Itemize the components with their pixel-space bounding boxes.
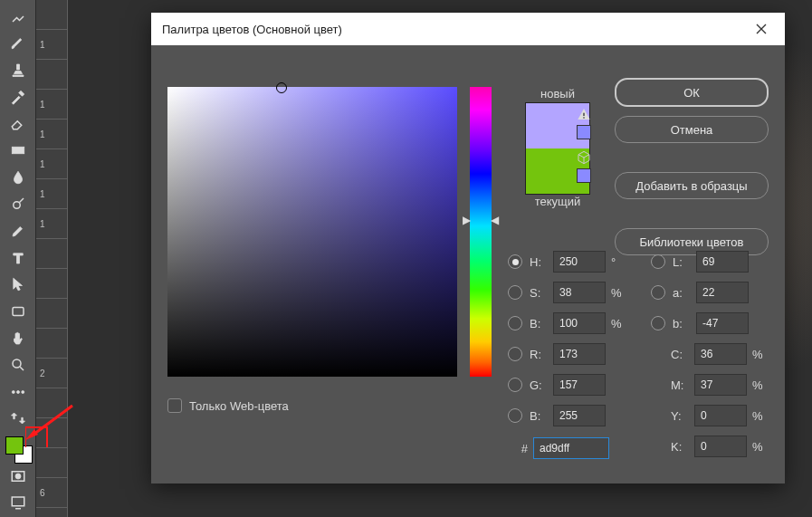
sat-input[interactable]: [553, 282, 606, 303]
ruler-tick: [36, 0, 67, 30]
ok-button[interactable]: ОК: [615, 78, 769, 107]
m-input[interactable]: [694, 374, 747, 396]
eraser-icon[interactable]: [5, 111, 32, 137]
hex-input[interactable]: [533, 437, 609, 459]
ruler-tick: 1: [36, 179, 67, 209]
stamp-icon[interactable]: [5, 57, 32, 82]
bri-label: B:: [530, 317, 553, 330]
b-lab-radio[interactable]: [651, 316, 665, 330]
b-rgb-label: B:: [530, 409, 553, 423]
ruler-tick: [36, 239, 67, 269]
new-color-label: новый: [508, 87, 607, 101]
close-icon: [756, 24, 767, 34]
ruler-tick: [36, 299, 67, 329]
dialog-buttons: ОК Отмена Добавить в образцы Библиотеки …: [615, 78, 769, 255]
bri-radio[interactable]: [508, 316, 522, 330]
close-button[interactable]: [747, 14, 776, 43]
g-radio[interactable]: [508, 378, 522, 392]
gamut-swatch[interactable]: [577, 125, 591, 139]
hue-label: H:: [530, 255, 553, 269]
web-colors-label: Только Web-цвета: [189, 399, 289, 413]
foreground-color-swatch[interactable]: [5, 436, 24, 455]
l-input[interactable]: [696, 251, 749, 273]
ruler-tick: [36, 448, 67, 478]
ruler-tick: 1: [36, 30, 67, 60]
a-input[interactable]: [696, 282, 749, 303]
websafe-swatch[interactable]: [577, 168, 591, 183]
web-colors-checkbox[interactable]: [167, 398, 182, 413]
ruler-tick: [36, 388, 67, 418]
svg-point-5: [16, 390, 19, 393]
a-label: a:: [673, 286, 696, 300]
r-radio[interactable]: [508, 347, 522, 361]
cube-icon[interactable]: [577, 150, 591, 165]
bri-input[interactable]: [553, 312, 606, 334]
r-label: R:: [530, 348, 553, 361]
b-lab-input[interactable]: [696, 312, 749, 334]
hue-radio[interactable]: [508, 254, 522, 269]
zoom-icon[interactable]: [5, 352, 32, 378]
brush-icon[interactable]: [5, 31, 32, 56]
gradient-icon[interactable]: [5, 138, 32, 163]
bri-unit: %: [611, 317, 626, 330]
gamut-warning-icon[interactable]: [577, 107, 591, 121]
b-rgb-input[interactable]: [553, 405, 606, 426]
healing-brush-icon[interactable]: [5, 4, 32, 29]
dialog-body: ▶◀ новый текущий ОК Отмена Добавить в об…: [151, 45, 785, 483]
ruler-tick: [36, 329, 67, 359]
ruler-tick: 1: [36, 149, 67, 179]
hue-slider-thumb-icon: ▶◀: [463, 214, 499, 225]
pen-icon[interactable]: [5, 218, 32, 244]
hue-slider[interactable]: [470, 87, 492, 377]
c-label: C:: [671, 348, 694, 361]
hue-unit: °: [611, 255, 626, 269]
dialog-titlebar[interactable]: Палитра цветов (Основной цвет): [151, 13, 785, 45]
l-label: L:: [673, 255, 696, 269]
ruler-tick: 6: [36, 478, 67, 508]
rectangle-icon[interactable]: [5, 299, 32, 324]
swap-colors-icon[interactable]: [5, 407, 32, 432]
b-rgb-radio[interactable]: [508, 408, 522, 423]
r-input[interactable]: [553, 343, 606, 365]
l-radio[interactable]: [651, 254, 665, 269]
k-input[interactable]: [694, 436, 747, 457]
ruler-tick: [36, 269, 67, 299]
dialog-title: Палитра цветов (Основной цвет): [162, 23, 342, 36]
y-label: Y:: [671, 409, 694, 423]
saturation-value-field[interactable]: [167, 87, 457, 377]
type-icon[interactable]: [5, 245, 32, 271]
a-radio[interactable]: [651, 285, 665, 300]
g-input[interactable]: [553, 374, 606, 396]
hue-input[interactable]: [553, 251, 606, 273]
g-label: G:: [530, 378, 553, 392]
y-input[interactable]: [694, 405, 747, 426]
c-input[interactable]: [694, 343, 747, 365]
screenmode-icon[interactable]: [5, 490, 32, 515]
svg-point-3: [13, 359, 21, 368]
sat-unit: %: [611, 286, 626, 300]
path-select-icon[interactable]: [5, 272, 32, 297]
b-lab-label: b:: [673, 317, 696, 330]
ruler-tick: [36, 60, 67, 90]
m-label: M:: [671, 378, 694, 392]
y-unit: %: [752, 409, 767, 423]
svg-point-4: [12, 390, 14, 393]
foreground-background-swatch[interactable]: [4, 436, 33, 463]
vertical-ruler: 1 1 1 1 1 1 2 6 8: [36, 0, 68, 517]
sat-radio[interactable]: [508, 285, 522, 300]
web-colors-only[interactable]: Только Web-цвета: [167, 398, 289, 413]
ruler-tick: 1: [36, 209, 67, 239]
add-swatch-button[interactable]: Добавить в образцы: [615, 172, 769, 199]
color-preview: новый текущий: [508, 87, 607, 210]
svg-rect-14: [583, 117, 584, 118]
hand-icon[interactable]: [5, 326, 32, 351]
quickmask-icon[interactable]: [5, 464, 32, 489]
history-brush-icon[interactable]: [5, 84, 32, 110]
m-unit: %: [752, 378, 767, 392]
cancel-button[interactable]: Отмена: [615, 116, 769, 143]
color-picker-dialog: Палитра цветов (Основной цвет) ▶◀ новый …: [151, 13, 785, 483]
blur-icon[interactable]: [5, 165, 32, 190]
dodge-icon[interactable]: [5, 191, 32, 216]
more-icon[interactable]: [5, 379, 32, 405]
color-values: H: ° L: S: % a:: [508, 246, 769, 462]
